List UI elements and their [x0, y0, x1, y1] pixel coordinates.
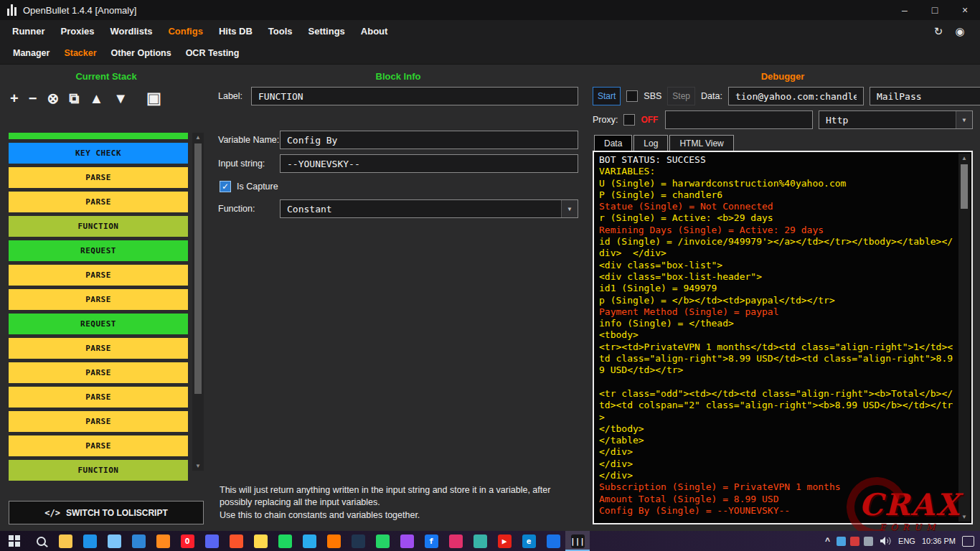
windows-start-button[interactable]	[0, 531, 29, 551]
tray-chevron-icon[interactable]: ^	[825, 536, 830, 546]
scroll-down-icon[interactable]: ▼	[961, 512, 967, 522]
menu-item-wordlists[interactable]: Wordlists	[102, 26, 160, 37]
sharex-icon[interactable]	[468, 531, 492, 551]
notes-icon[interactable]	[248, 531, 273, 551]
remove-icon[interactable]: −	[29, 91, 37, 105]
stack-block-parse[interactable]: PARSE	[9, 411, 188, 432]
store-icon[interactable]	[77, 531, 102, 551]
screenshot-icon[interactable]: ◉	[953, 24, 967, 39]
scroll-up-icon[interactable]: ▲	[195, 133, 201, 142]
facebook-icon[interactable]: f	[419, 531, 443, 551]
menu-item-tools[interactable]: Tools	[260, 26, 301, 37]
scroll-down-icon[interactable]: ▼	[195, 461, 201, 471]
switch-to-loliscript-button[interactable]: </> SWITCH TO LOLISCRIPT	[9, 501, 204, 524]
volume-icon[interactable]	[880, 536, 892, 546]
youtube-icon[interactable]: ▶	[492, 531, 517, 551]
file-explorer-icon[interactable]	[53, 531, 77, 551]
brave-icon[interactable]	[224, 531, 248, 551]
scroll-up-icon[interactable]: ▲	[961, 154, 967, 163]
stack-block-parse[interactable]: PARSE	[9, 192, 188, 212]
stack-block-keycheck[interactable]: KEY CHECK	[9, 143, 188, 164]
sbs-checkbox[interactable]	[626, 90, 638, 102]
language-indicator[interactable]: ENG	[898, 537, 915, 545]
chrome-icon[interactable]	[541, 531, 565, 551]
stack-block-parse[interactable]: PARSE	[9, 387, 188, 408]
proxy-input[interactable]	[665, 110, 813, 129]
steam-icon[interactable]	[346, 531, 370, 551]
submenu-item-ocr-testing[interactable]: OCR Testing	[179, 48, 247, 58]
action-center-icon[interactable]	[962, 536, 974, 547]
discord-icon[interactable]	[199, 531, 224, 551]
stack-block-parse[interactable]: PARSE	[9, 435, 188, 456]
stack-block-request[interactable]	[9, 133, 188, 139]
delete-icon[interactable]: ⊗	[47, 91, 59, 105]
label-input[interactable]	[251, 87, 578, 105]
tab-html-view[interactable]: HTML View	[669, 135, 733, 151]
block-info-panel: Block Info Label: Variable Name: Input s…	[209, 65, 587, 532]
instagram-icon[interactable]	[443, 531, 468, 551]
move-down-icon[interactable]: ▼	[113, 91, 128, 105]
menu-item-about[interactable]: About	[353, 26, 396, 37]
clock[interactable]: 10:36 PM	[922, 537, 956, 545]
maximize-button[interactable]: □	[920, 0, 950, 20]
menu-item-settings[interactable]: Settings	[301, 26, 353, 37]
wordlist-type-dropdown[interactable]: MailPass ▼	[870, 87, 980, 105]
data-input[interactable]	[728, 87, 864, 105]
minimize-button[interactable]: –	[890, 0, 920, 20]
proxy-type-dropdown[interactable]: Http ▼	[819, 110, 973, 129]
telegram-icon[interactable]	[297, 531, 321, 551]
stack-scrollbar[interactable]: ▲ ▼	[192, 133, 204, 471]
tab-data[interactable]: Data	[594, 135, 632, 151]
stack-block-parse[interactable]: PARSE	[9, 338, 188, 359]
tray-icon-3[interactable]	[864, 537, 873, 546]
opera-icon[interactable]: O	[175, 531, 199, 551]
edge-icon[interactable]: e	[517, 531, 541, 551]
photos-icon[interactable]	[102, 531, 126, 551]
mail-icon[interactable]	[126, 531, 151, 551]
clone-icon[interactable]: ⧉	[69, 91, 79, 105]
tray-icon-1[interactable]	[837, 537, 846, 546]
menu-item-configs[interactable]: Configs	[160, 26, 210, 37]
is-capture-checkbox[interactable]: ✓	[220, 181, 231, 192]
add-icon[interactable]: +	[10, 91, 19, 105]
system-tray: ^ ENG 10:36 PM	[825, 531, 980, 551]
submenu-item-other-options[interactable]: Other Options	[104, 48, 179, 58]
stack-block-function[interactable]: FUNCTION	[9, 216, 188, 237]
start-button[interactable]: Start	[593, 87, 621, 105]
vlc-icon[interactable]	[321, 531, 346, 551]
log-scrollbar[interactable]: ▲ ▼	[958, 154, 970, 522]
stack-block-parse[interactable]: PARSE	[9, 167, 188, 188]
taskbar-search-button[interactable]	[29, 531, 53, 551]
step-button[interactable]: Step	[667, 87, 695, 105]
menu-item-hits-db[interactable]: Hits DB	[211, 26, 260, 37]
tab-log[interactable]: Log	[633, 135, 668, 151]
submenu-item-stacker[interactable]: Stacker	[57, 48, 103, 58]
opera-icon-glyph: O	[181, 534, 194, 548]
stack-block-parse[interactable]: PARSE	[9, 289, 188, 310]
function-dropdown[interactable]: Constant ▼	[280, 199, 578, 218]
scroll-thumb[interactable]	[961, 164, 968, 209]
proxy-checkbox[interactable]	[623, 114, 635, 126]
stack-block-parse[interactable]: PARSE	[9, 362, 188, 383]
menu-item-runner[interactable]: Runner	[4, 26, 53, 37]
save-icon[interactable]: ▣	[146, 90, 161, 106]
spotify-icon[interactable]	[273, 531, 297, 551]
tray-icon-2[interactable]	[850, 537, 859, 546]
stack-block-request[interactable]: REQUEST	[9, 240, 188, 261]
whatsapp-icon[interactable]	[370, 531, 395, 551]
messenger-icon[interactable]	[395, 531, 419, 551]
firefox-icon[interactable]	[151, 531, 175, 551]
stack-block-request[interactable]: REQUEST	[9, 314, 188, 334]
submenu-item-manager[interactable]: Manager	[6, 48, 57, 58]
close-button[interactable]: ×	[950, 0, 980, 20]
scroll-thumb[interactable]	[194, 143, 202, 394]
move-up-icon[interactable]: ▲	[89, 91, 103, 105]
openbullet-icon[interactable]: |||	[565, 531, 590, 551]
variable-name-input[interactable]	[280, 131, 578, 149]
facebook-icon-glyph: f	[425, 534, 438, 548]
input-string-input[interactable]	[280, 154, 578, 173]
stack-block-parse[interactable]: PARSE	[9, 265, 188, 286]
menu-item-proxies[interactable]: Proxies	[53, 26, 103, 37]
stack-block-function[interactable]: FUNCTION	[9, 460, 188, 481]
update-check-icon[interactable]: ↻	[931, 24, 946, 39]
